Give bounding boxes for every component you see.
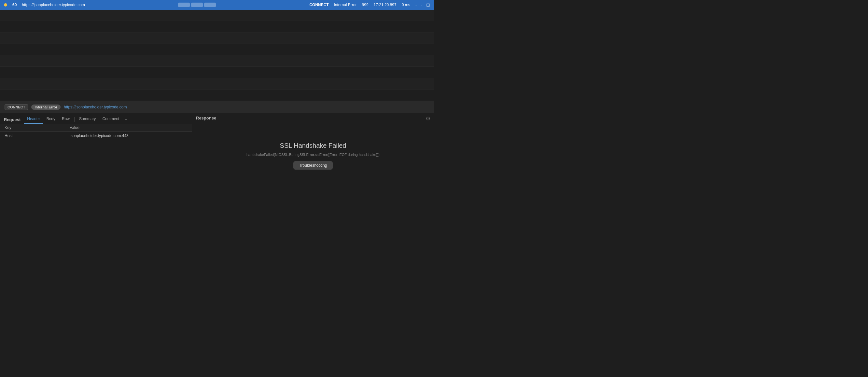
- list-item[interactable]: [0, 90, 434, 101]
- tab-summary[interactable]: Summary: [76, 115, 99, 124]
- top-code: 999: [362, 3, 369, 7]
- tab-comment[interactable]: Comment: [99, 115, 122, 124]
- list-item[interactable]: [0, 55, 434, 67]
- ssl-error-detail: handshakeFailed(NIOSSL.BoringSSLError.ss…: [246, 153, 380, 157]
- pill-2: [191, 3, 203, 7]
- request-label: Request: [4, 117, 21, 122]
- window-controls: - - ⊡: [415, 2, 430, 7]
- top-pills: [90, 3, 304, 7]
- error-badge: Internal Error: [31, 104, 61, 110]
- top-duration: 0 ms: [402, 3, 410, 7]
- list-item[interactable]: [0, 21, 434, 33]
- request-panel: Request Header Body Raw Summary Comment …: [0, 113, 192, 189]
- ssl-error-title: SSL Handshake Failed: [280, 142, 346, 150]
- cell-key: Host: [5, 133, 70, 138]
- tab-divider: [74, 117, 74, 122]
- status-dot: [4, 3, 7, 6]
- list-item[interactable]: [0, 67, 434, 78]
- response-panel: Response ⊙ SSL Handshake Failed handshak…: [192, 113, 434, 189]
- add-tab-button[interactable]: +: [122, 117, 129, 122]
- selected-url: https://jsonplaceholder.typicode.com: [64, 105, 127, 109]
- top-method: CONNECT: [309, 3, 329, 7]
- table-header: Key Value: [0, 124, 192, 131]
- list-item[interactable]: [0, 33, 434, 44]
- list-item[interactable]: [0, 10, 434, 21]
- content-area: Request Header Body Raw Summary Comment …: [0, 113, 434, 189]
- pill-3: [204, 3, 216, 7]
- top-status: Internal Error: [334, 3, 357, 7]
- minimize-button[interactable]: -: [415, 2, 417, 7]
- request-tabs: Request Header Body Raw Summary Comment …: [0, 113, 192, 124]
- tab-body[interactable]: Body: [43, 115, 59, 124]
- selected-request-bar: CONNECT Internal Error https://jsonplace…: [0, 101, 434, 113]
- response-options-icon[interactable]: ⊙: [426, 115, 430, 123]
- tab-header[interactable]: Header: [24, 115, 43, 124]
- tab-raw[interactable]: Raw: [59, 115, 73, 124]
- response-label: Response: [196, 116, 216, 122]
- col-value-header: Value: [70, 125, 80, 130]
- traffic-list: [0, 10, 434, 101]
- col-key-header: Key: [5, 125, 70, 130]
- row-number: 60: [12, 3, 17, 7]
- response-body: SSL Handshake Failed handshakeFailed(NIO…: [192, 123, 434, 189]
- list-item[interactable]: [0, 78, 434, 90]
- top-url: https://jsonplaceholder.typicode.com: [22, 3, 85, 7]
- troubleshooting-button[interactable]: Troubleshooting: [293, 161, 333, 169]
- cell-value: jsonplaceholder.typicode.com:443: [70, 133, 129, 138]
- response-header-bar: Response ⊙: [192, 113, 434, 123]
- top-time: 17:21:20.897: [374, 3, 397, 7]
- close-button[interactable]: -: [421, 2, 422, 7]
- top-bar: 60 https://jsonplaceholder.typicode.com …: [0, 0, 434, 10]
- expand-button[interactable]: ⊡: [426, 2, 430, 7]
- pill-1: [178, 3, 190, 7]
- list-item[interactable]: [0, 44, 434, 55]
- table-row[interactable]: Host jsonplaceholder.typicode.com:443: [0, 131, 192, 140]
- method-badge: CONNECT: [5, 104, 28, 110]
